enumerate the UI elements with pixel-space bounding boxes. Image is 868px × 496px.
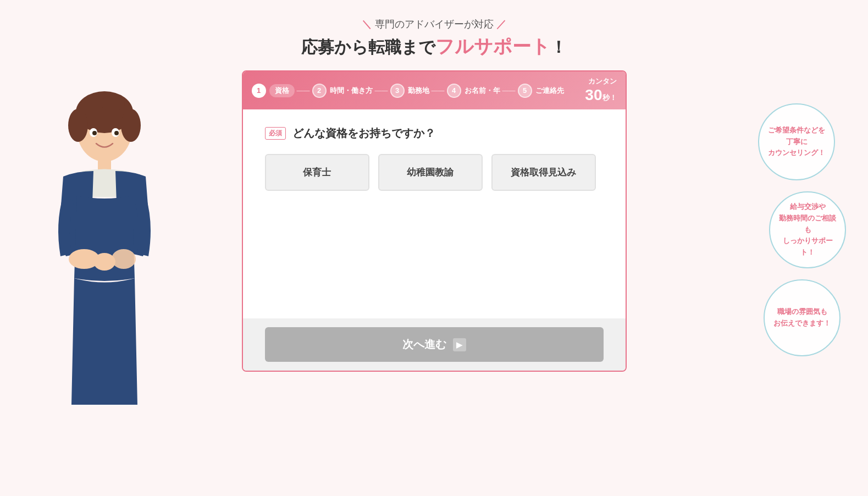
kantan-badge: カンタン 30秒！ bbox=[585, 77, 616, 104]
step-label-3: 勤務地 bbox=[408, 86, 429, 96]
kantan-num: 30 bbox=[585, 86, 602, 103]
step-circle-3: 3 bbox=[390, 84, 405, 98]
kantan-unit: 秒！ bbox=[602, 93, 617, 102]
step-label-2: 時間・働き方 bbox=[330, 86, 373, 96]
header-title-suffix: ！ bbox=[550, 38, 567, 56]
header-subtitle: ＼ 専門のアドバイザーが対応 ／ bbox=[0, 18, 868, 31]
arrow-right-icon: ▶ bbox=[453, 338, 466, 351]
option-yochien[interactable]: 幼稚園教諭 bbox=[378, 154, 483, 191]
header-title-prefix: 応募から転職まで bbox=[301, 38, 435, 56]
step-arrow-3: ―― bbox=[432, 87, 445, 95]
step-item-1: 1 資格 bbox=[252, 84, 295, 98]
option-hoikushi[interactable]: 保育士 bbox=[265, 154, 369, 191]
step-item-4: 4 お名前・年 bbox=[447, 84, 500, 98]
step-item-5: 5 ご連絡先 bbox=[518, 84, 564, 98]
step-circle-4: 4 bbox=[447, 84, 461, 98]
info-circle-1: ご希望条件などを丁寧にカウンセリング！ bbox=[758, 103, 835, 180]
info-circle-2-text: 給与交渉や勤務時間のご相談もしっかりサポート！ bbox=[777, 201, 838, 258]
info-circle-3: 職場の雰囲気もお伝えできます！ bbox=[764, 279, 841, 356]
step-arrow-4: ―― bbox=[502, 87, 516, 95]
person-area bbox=[22, 86, 192, 416]
slash-left: ＼ bbox=[362, 19, 372, 30]
form-body: 必須 どんな資格をお持ちですか？ 保育士 幼稚園教諭 資格取得見込み bbox=[243, 109, 626, 318]
info-circle-2: 給与交渉や勤務時間のご相談もしっかりサポート！ bbox=[769, 191, 846, 268]
step-arrow-2: ―― bbox=[375, 87, 388, 95]
svg-point-8 bbox=[114, 131, 119, 135]
kantan-line1: カンタン bbox=[585, 77, 616, 86]
next-button-label: 次へ進む bbox=[402, 337, 446, 352]
main-content: 1 資格 ―― 2 時間・働き方 ―― 3 勤務地 ―― bbox=[0, 70, 868, 372]
header-title: 応募から転職までフルサポート！ bbox=[0, 34, 868, 59]
svg-point-2 bbox=[68, 109, 88, 142]
question-text: どんな資格をお持ちですか？ bbox=[292, 126, 435, 141]
page-wrapper: ＼ 専門のアドバイザーが対応 ／ 応募から転職までフルサポート！ bbox=[0, 0, 868, 496]
info-circle-3-text: 職場の雰囲気もお伝えできます！ bbox=[773, 306, 831, 329]
kantan-line2: 30秒！ bbox=[585, 86, 616, 104]
svg-point-4 bbox=[101, 96, 125, 111]
right-circles: ご希望条件などを丁寧にカウンセリング！ 給与交渉や勤務時間のご相談もしっかりサポ… bbox=[758, 103, 835, 356]
step-label-4: お名前・年 bbox=[465, 86, 500, 96]
progress-bar: 1 資格 ―― 2 時間・働き方 ―― 3 勤務地 ―― bbox=[243, 71, 626, 109]
slash-right: ／ bbox=[496, 19, 506, 30]
progress-steps: 1 資格 ―― 2 時間・働き方 ―― 3 勤務地 ―― bbox=[252, 84, 585, 98]
svg-point-3 bbox=[121, 109, 141, 142]
header-section: ＼ 専門のアドバイザーが対応 ／ 応募から転職までフルサポート！ bbox=[0, 0, 868, 70]
step-item-2: 2 時間・働き方 bbox=[312, 84, 373, 98]
header-subtitle-text: 専門のアドバイザーが対応 bbox=[375, 19, 494, 30]
info-circle-1-text: ご希望条件などを丁寧にカウンセリング！ bbox=[768, 125, 825, 159]
step-label-1: 資格 bbox=[269, 84, 295, 97]
person-illustration bbox=[22, 86, 187, 405]
step-item-3: 3 勤務地 bbox=[390, 84, 429, 98]
step-circle-1: 1 bbox=[252, 84, 266, 98]
svg-point-7 bbox=[92, 131, 97, 135]
header-title-highlight: フルサポート bbox=[435, 36, 550, 57]
options-grid: 保育士 幼稚園教諭 資格取得見込み bbox=[265, 154, 604, 191]
required-badge: 必須 bbox=[265, 127, 286, 140]
question-row: 必須 どんな資格をお持ちですか？ bbox=[265, 126, 604, 141]
form-footer: 次へ進む ▶ bbox=[243, 318, 626, 371]
form-card: 1 資格 ―― 2 時間・働き方 ―― 3 勤務地 ―― bbox=[242, 70, 627, 372]
step-label-5: ご連絡先 bbox=[535, 86, 564, 96]
svg-point-12 bbox=[112, 249, 136, 269]
step-circle-5: 5 bbox=[518, 84, 532, 98]
option-shikaku[interactable]: 資格取得見込み bbox=[491, 154, 596, 191]
step-circle-2: 2 bbox=[312, 84, 327, 98]
next-button[interactable]: 次へ進む ▶ bbox=[265, 327, 604, 362]
step-arrow-1: ―― bbox=[297, 87, 310, 95]
